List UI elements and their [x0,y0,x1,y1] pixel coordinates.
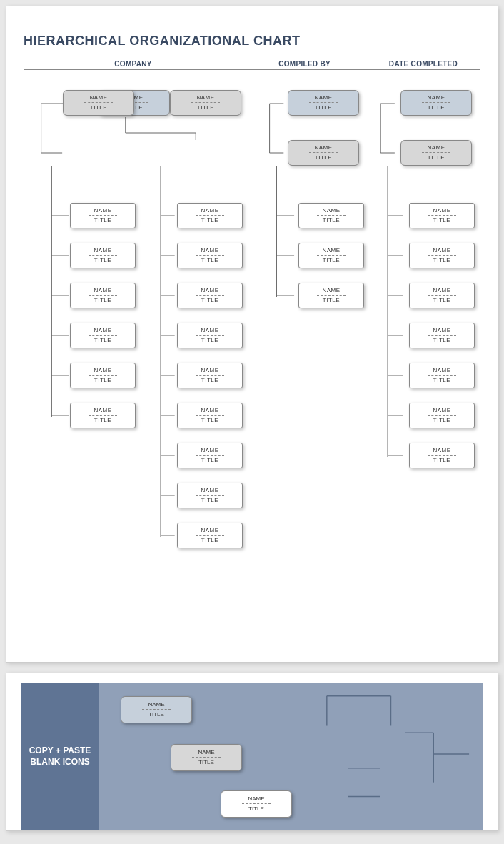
node-name: NAME [173,94,238,101]
branch2-mid[interactable]: NAMETITLE [288,140,359,166]
leaf-node[interactable]: NAMETITLE [298,283,364,308]
branch3-mid[interactable]: NAMETITLE [400,140,472,166]
leaf-node[interactable]: NAMETITLE [177,243,243,268]
sample-gray-box[interactable]: NAMETITLE [171,744,242,771]
leaf-node[interactable]: NAMETITLE [70,363,136,388]
header-date-completed: DATE COMPLETED [366,60,480,68]
branch1-mid-b[interactable]: NAME TITLE [170,90,241,116]
copy-paste-label: COPY + PASTE BLANK ICONS [21,683,99,830]
leaf-node[interactable]: NAMETITLE [177,363,243,388]
leaf-node[interactable]: NAMETITLE [298,243,364,268]
branch3-top[interactable]: NAMETITLE [400,90,472,116]
leaf-node[interactable]: NAMETITLE [409,363,475,388]
copy-paste-page: COPY + PASTE BLANK ICONS NAMETITLE NAMET… [6,673,498,831]
org-chart-page: HIERARCHICAL ORGANIZATIONAL CHART COMPAN… [6,6,498,663]
leaf-node[interactable]: NAMETITLE [177,523,243,548]
leaf-node[interactable]: NAMETITLE [409,403,475,428]
leaf-node[interactable]: NAMETITLE [177,403,243,428]
node-title: TITLE [66,104,131,111]
leaf-node[interactable]: NAMETITLE [177,203,243,228]
branch1-mid-a[interactable]: NAME TITLE [63,90,134,116]
leaf-node[interactable]: NAMETITLE [177,323,243,348]
leaf-node[interactable]: NAMETITLE [177,443,243,468]
leaf-node[interactable]: NAMETITLE [70,243,136,268]
leaf-node[interactable]: NAMETITLE [409,323,475,348]
leaf-node[interactable]: NAMETITLE [70,283,136,308]
branch2-top[interactable]: NAMETITLE [288,90,359,116]
leaf-node[interactable]: NAMETITLE [409,283,475,308]
leaf-node[interactable]: NAMETITLE [70,403,136,428]
leaf-node[interactable]: NAMETITLE [70,323,136,348]
node-title: TITLE [173,104,238,111]
sample-blue-box[interactable]: NAMETITLE [121,696,192,723]
leaf-node[interactable]: NAMETITLE [177,483,243,508]
page-title: HIERARCHICAL ORGANIZATIONAL CHART [24,34,480,49]
leaf-node[interactable]: NAMETITLE [409,203,475,228]
node-name: NAME [66,94,131,101]
leaf-node[interactable]: NAMETITLE [409,443,475,468]
header-compiled-by: COMPILED BY [243,60,366,68]
sample-white-box[interactable]: NAMETITLE [221,790,292,818]
copy-paste-samples: NAMETITLE NAMETITLE NAMETITLE [99,683,483,830]
chart-canvas: NAME TITLE NAME TITLE NAME TITLE NAMETIT… [24,90,480,654]
leaf-node[interactable]: NAMETITLE [298,203,364,228]
copy-paste-panel: COPY + PASTE BLANK ICONS NAMETITLE NAMET… [21,683,483,830]
leaf-node[interactable]: NAMETITLE [177,283,243,308]
leaf-node[interactable]: NAMETITLE [70,203,136,228]
header-company: COMPANY [24,60,243,68]
leaf-node[interactable]: NAMETITLE [409,243,475,268]
header-row: COMPANY COMPILED BY DATE COMPLETED [24,60,480,70]
